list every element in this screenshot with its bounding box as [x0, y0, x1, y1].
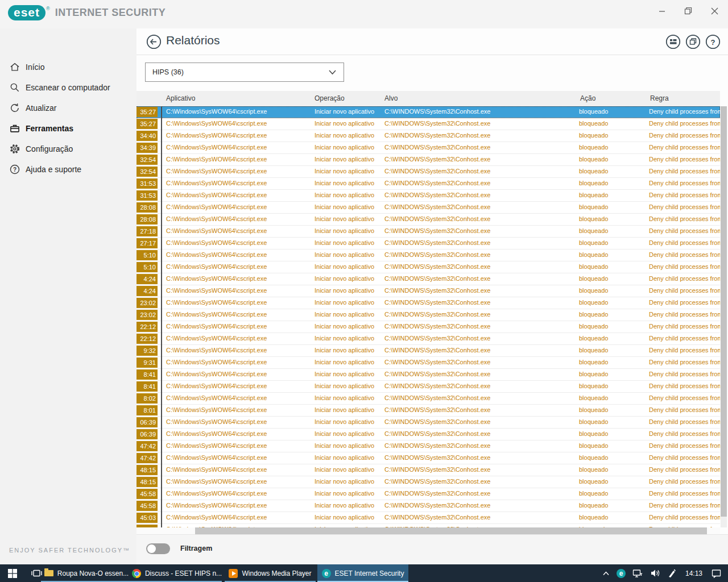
log-table-row[interactable]: 06:39 C:\Windows\SysWOW64\cscript.exe In…	[136, 417, 720, 429]
log-table-row[interactable]: 8:01 C:\Windows\SysWOW64\cscript.exe Ini…	[136, 405, 720, 417]
close-button[interactable]	[706, 3, 722, 18]
taskbar-app-chrome[interactable]: Discuss - ESET HIPS n...	[132, 564, 222, 582]
horizontal-scrollbar[interactable]	[136, 527, 720, 534]
row-divider	[161, 285, 162, 297]
log-table-row[interactable]: 9:31 C:\Windows\SysWOW64\cscript.exe Ini…	[136, 357, 720, 369]
minimize-button[interactable]	[654, 3, 670, 18]
log-table-row[interactable]: 5:10 C:\Windows\SysWOW64\cscript.exe Ini…	[136, 250, 720, 261]
log-table-row[interactable]: 32:54 C:\Windows\SysWOW64\cscript.exe In…	[136, 154, 720, 166]
log-table-row[interactable]: 27:17 C:\Windows\SysWOW64\cscript.exe In…	[136, 238, 720, 250]
log-table-row[interactable]: 35:27 C:\Windows\SysWOW64\cscript.exe In…	[136, 118, 720, 130]
log-type-dropdown[interactable]: HIPS (36)	[145, 63, 344, 82]
log-table-row[interactable]: 34:39 C:\Windows\SysWOW64\cscript.exe In…	[136, 142, 720, 154]
cell-acao: bloqueado	[579, 490, 608, 497]
back-button[interactable]	[146, 34, 162, 49]
log-table-row[interactable]: 47:42 C:\Windows\SysWOW64\cscript.exe In…	[136, 440, 720, 452]
cell-alvo: C:\WINDOWS\System32\Conhost.exe	[384, 108, 490, 115]
content-footer: Filtragem	[136, 534, 728, 564]
log-table-row[interactable]: 28:08 C:\Windows\SysWOW64\cscript.exe In…	[136, 214, 720, 226]
system-tray: e 14:13	[599, 564, 728, 582]
horizontal-scrollbar-thumb[interactable]	[195, 527, 707, 534]
column-header-operacao[interactable]: Operação	[315, 94, 345, 102]
action-center-button[interactable]	[708, 564, 728, 582]
cell-acao: bloqueado	[579, 383, 608, 389]
log-table-row[interactable]: 22:12 C:\Windows\SysWOW64\cscript.exe In…	[136, 321, 720, 333]
tray-expand-button[interactable]	[599, 564, 613, 582]
log-table-row[interactable]: 45:58 C:\Windows\SysWOW64\cscript.exe In…	[136, 500, 720, 512]
taskbar-app-eset[interactable]: e ESET Internet Security	[317, 564, 408, 582]
log-table-row[interactable]: 23:02 C:\Windows\SysWOW64\cscript.exe In…	[136, 297, 720, 309]
log-table-row[interactable]: 31:53 C:\Windows\SysWOW64\cscript.exe In…	[136, 178, 720, 190]
taskbar-app-folder[interactable]: Roupa Nova-O essen...	[41, 564, 132, 582]
log-table-row[interactable]: 48:15 C:\Windows\SysWOW64\cscript.exe In…	[136, 464, 720, 476]
filtering-toggle[interactable]	[146, 543, 170, 554]
log-table-row[interactable]: 47:42 C:\Windows\SysWOW64\cscript.exe In…	[136, 452, 720, 464]
vertical-scrollbar-thumb[interactable]	[721, 106, 727, 517]
list-view-button[interactable]	[665, 34, 681, 49]
column-header-aplicativo[interactable]: Aplicativo	[166, 94, 195, 102]
tray-eset-icon-button[interactable]: e	[613, 564, 629, 582]
time-badge: 5:10	[136, 250, 158, 260]
log-table-row[interactable]: 31:53 C:\Windows\SysWOW64\cscript.exe In…	[136, 190, 720, 202]
tray-network-button[interactable]	[629, 564, 647, 582]
log-table-row[interactable]: 9:32 C:\Windows\SysWOW64\cscript.exe Ini…	[136, 345, 720, 357]
time-badge: 32:54	[136, 167, 158, 177]
start-button[interactable]	[0, 564, 25, 582]
log-table-row[interactable]: 27:18 C:\Windows\SysWOW64\cscript.exe In…	[136, 226, 720, 238]
log-table-row[interactable]: 06:39 C:\Windows\SysWOW64\cscript.exe In…	[136, 429, 720, 440]
log-table-row[interactable]: 8:41 C:\Windows\SysWOW64\cscript.exe Ini…	[136, 381, 720, 393]
sidebar-item-inicio[interactable]: Início	[0, 57, 136, 77]
cell-regra: Deny child processes from	[649, 394, 720, 401]
cell-acao: bloqueado	[579, 215, 608, 222]
sidebar-item-label: Ajuda e suporte	[26, 165, 81, 174]
log-table-row[interactable]: 22:12 C:\Windows\SysWOW64\cscript.exe In…	[136, 333, 720, 345]
cell-regra: Deny child processes from	[649, 430, 720, 437]
clock[interactable]: 14:13	[680, 564, 708, 582]
time-badge: 8:41	[136, 369, 158, 380]
sidebar-item-ferramentas[interactable]: Ferramentas	[0, 118, 136, 139]
tray-volume-button[interactable]	[647, 564, 664, 582]
column-header-acao[interactable]: Ação	[580, 94, 595, 102]
taskbar-app-wmp[interactable]: Windows Media Player	[225, 564, 316, 582]
copy-button[interactable]	[685, 34, 701, 49]
log-table-row[interactable]: 4:24 C:\Windows\SysWOW64\cscript.exe Ini…	[136, 285, 720, 297]
cell-operacao: Iniciar novo aplicativo	[315, 430, 374, 437]
time-badge: 9:32	[136, 346, 158, 356]
cell-alvo: C:\WINDOWS\System32\Conhost.exe	[384, 263, 490, 270]
log-table-row[interactable]: 8:41 C:\Windows\SysWOW64\cscript.exe Ini…	[136, 369, 720, 381]
cell-acao: bloqueado	[579, 371, 608, 377]
log-table-row[interactable]: 45:03 C:\Windows\SysWOW64\cscript.exe In…	[136, 512, 720, 524]
cell-alvo: C:\WINDOWS\System32\Conhost.exe	[384, 394, 490, 401]
cell-operacao: Iniciar novo aplicativo	[315, 144, 374, 151]
log-table-row[interactable]: 34:40 C:\Windows\SysWOW64\cscript.exe In…	[136, 130, 720, 142]
row-divider	[161, 429, 162, 440]
help-button[interactable]: ?	[705, 34, 721, 49]
log-table-row[interactable]: 8:02 C:\Windows\SysWOW64\cscript.exe Ini…	[136, 393, 720, 405]
sidebar-item-atualizar[interactable]: Atualizar	[0, 98, 136, 118]
sidebar-item-escanear[interactable]: Escanear o computador	[0, 77, 136, 98]
log-table-row[interactable]: 35:27 C:\Windows\SysWOW64\cscript.exe In…	[136, 106, 720, 118]
cell-alvo: C:\WINDOWS\System32\Conhost.exe	[384, 383, 490, 389]
log-table-header: Aplicativo Operação Alvo Ação Regra	[136, 91, 720, 106]
log-table-row[interactable]: 48:15 C:\Windows\SysWOW64\cscript.exe In…	[136, 476, 720, 488]
time-badge: 28:08	[136, 202, 158, 213]
cell-operacao: Iniciar novo aplicativo	[315, 168, 374, 174]
cell-operacao: Iniciar novo aplicativo	[315, 418, 374, 425]
log-table-row[interactable]: 28:08 C:\Windows\SysWOW64\cscript.exe In…	[136, 202, 720, 214]
log-table-row[interactable]: 5:10 C:\Windows\SysWOW64\cscript.exe Ini…	[136, 261, 720, 273]
cell-operacao: Iniciar novo aplicativo	[315, 347, 374, 354]
sidebar-item-configuracao[interactable]: Configuração	[0, 139, 136, 159]
search-icon	[9, 81, 21, 94]
log-table-row[interactable]: 4:24 C:\Windows\SysWOW64\cscript.exe Ini…	[136, 273, 720, 285]
toggle-knob	[147, 544, 156, 553]
restore-button[interactable]	[680, 3, 696, 18]
vertical-scrollbar[interactable]	[721, 106, 727, 527]
log-table-row[interactable]: 23:02 C:\Windows\SysWOW64\cscript.exe In…	[136, 309, 720, 321]
chevron-up-icon	[602, 571, 610, 576]
column-header-regra[interactable]: Regra	[650, 94, 669, 102]
log-table-row[interactable]: 32:54 C:\Windows\SysWOW64\cscript.exe In…	[136, 166, 720, 178]
log-table-row[interactable]: 45:58 C:\Windows\SysWOW64\cscript.exe In…	[136, 488, 720, 500]
column-header-alvo[interactable]: Alvo	[384, 94, 398, 102]
tray-ink-button[interactable]	[664, 564, 680, 582]
sidebar-item-ajuda[interactable]: ? Ajuda e suporte	[0, 159, 136, 180]
